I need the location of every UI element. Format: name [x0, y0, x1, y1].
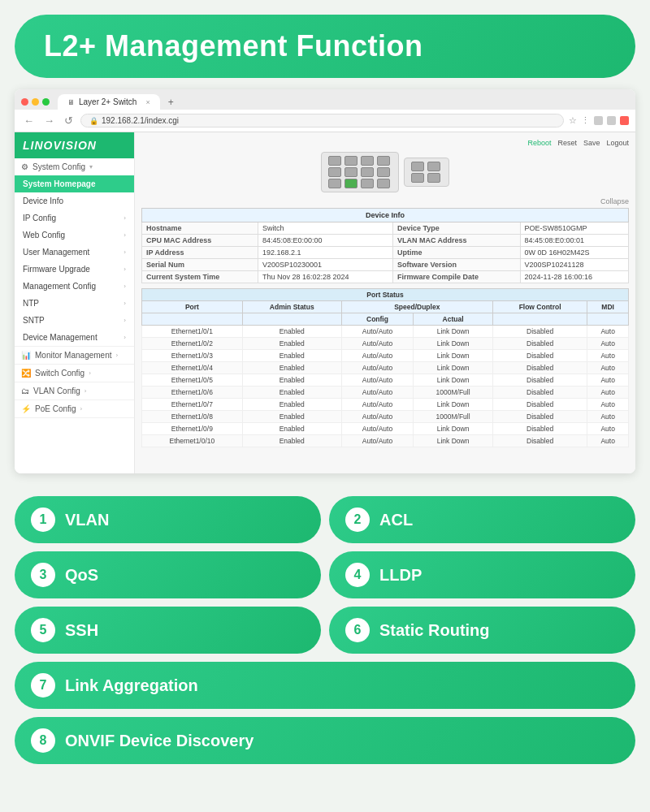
sidebar-item-ntp[interactable]: NTP › [15, 295, 134, 312]
sidebar-vlan-section: 🗂 VLAN Config › [15, 382, 134, 400]
port-8 [377, 167, 390, 177]
chevron-right-icon: › [124, 283, 126, 290]
forward-button[interactable]: → [41, 114, 57, 127]
port-flow: Disabled [492, 326, 587, 338]
vlan-icon: 🗂 [21, 387, 29, 395]
port-status-table: Port Status Port Admin Status Speed/Dupl… [141, 288, 629, 447]
feature-label-vlan: VLAN [65, 511, 109, 529]
device-info-label: Current System Time [142, 271, 258, 283]
port-mdi: Auto [587, 362, 629, 374]
port-actual: 1000M/Full [414, 411, 493, 423]
device-info-row: CPU MAC Address 84:45:08:E0:00:00 VLAN M… [142, 235, 629, 247]
port-actual: Link Down [414, 350, 493, 362]
back-button[interactable]: ← [21, 114, 37, 127]
port-mdi: Auto [587, 387, 629, 399]
browser-address-bar: ← → ↺ 🔒 192.168.2.1/index.cgi ☆ ⋮ [15, 110, 635, 132]
port-name: Ethernet1/0/2 [142, 338, 243, 350]
sidebar-item-vlan-config[interactable]: 🗂 VLAN Config › [15, 382, 134, 400]
sidebar-item-monitor-management[interactable]: 📊 Monitor Management › [15, 347, 134, 364]
port-status-title: Port Status [142, 289, 629, 301]
port-status-row: Ethernet1/0/1 Enabled Auto/Auto Link Dow… [142, 326, 629, 338]
device-info-value: Switch [258, 222, 393, 235]
device-info-value2: 84:45:08:E0:00:01 [520, 235, 628, 247]
reboot-button[interactable]: Reboot [527, 139, 551, 147]
device-info-value: 84:45:08:E0:00:00 [258, 235, 393, 247]
monitor-icon: 📊 [21, 351, 31, 360]
port-4 [377, 156, 390, 166]
logout-button[interactable]: Logout [606, 139, 629, 147]
port-actual: Link Down [414, 423, 493, 435]
sidebar-label-system-config: System Config [32, 162, 85, 171]
port-flow: Disabled [492, 362, 587, 374]
port-1 [328, 156, 341, 166]
chevron-right-icon: › [124, 334, 126, 341]
feature-label-lldp: LLDP [379, 566, 422, 585]
tab-label: Layer 2+ Switch [79, 97, 136, 106]
port-status-row: Ethernet1/0/10 Enabled Auto/Auto Link Do… [142, 435, 629, 447]
settings-icon: ⚙ [21, 162, 28, 171]
save-button[interactable]: Save [583, 139, 600, 147]
features-row-1: 1 VLAN 2 ACL [15, 496, 635, 543]
collapse-button[interactable]: Collapse [141, 197, 629, 205]
feature-number-5: 5 [31, 618, 55, 642]
sidebar-item-system-config[interactable]: ⚙ System Config ▾ [15, 158, 134, 175]
browser-action-buttons: ☆ ⋮ [569, 115, 629, 126]
port-3 [361, 156, 374, 166]
sidebar-item-firmware-upgrade[interactable]: Firmware Upgrade › [15, 261, 134, 278]
device-info-table: Device Info Hostname Switch Device Type … [141, 208, 629, 283]
port-flow: Disabled [492, 338, 587, 350]
sidebar-item-device-management[interactable]: Device Management › [15, 329, 134, 346]
sidebar-item-web-config[interactable]: Web Config › [15, 227, 134, 244]
sidebar-item-ip-config[interactable]: IP Config › [15, 209, 134, 227]
sidebar-item-poe-config[interactable]: ⚡ PoE Config › [15, 400, 134, 417]
header-banner: L2+ Management Function [15, 15, 635, 78]
port-actual: 1000M/Full [414, 387, 493, 399]
uplink-4 [427, 173, 440, 183]
refresh-button[interactable]: ↺ [62, 114, 76, 127]
port-config: Auto/Auto [341, 362, 414, 374]
port-flow: Disabled [492, 374, 587, 387]
port-admin: Enabled [242, 374, 341, 387]
device-info-row: Hostname Switch Device Type POE-SW8510GM… [142, 222, 629, 235]
feature-label-link-aggregation: Link Aggregation [65, 676, 198, 695]
port-mdi: Auto [587, 326, 629, 338]
port-admin: Enabled [242, 326, 341, 338]
minimize-dot[interactable] [32, 98, 39, 106]
settings-icon[interactable]: ⋮ [581, 115, 590, 126]
tab-close-button[interactable]: × [145, 98, 150, 106]
feature-card-acl: 2 ACL [329, 496, 635, 543]
sidebar-item-switch-config[interactable]: 🔀 Switch Config › [15, 365, 134, 382]
close-dot[interactable] [21, 98, 28, 106]
device-info-label2: Software Version [392, 259, 520, 271]
port-actual: Link Down [414, 399, 493, 411]
browser-tab[interactable]: 🖥 Layer 2+ Switch × [58, 94, 160, 110]
sidebar-item-device-info[interactable]: Device Info [15, 192, 134, 209]
url-input[interactable]: 🔒 192.168.2.1/index.cgi [80, 114, 564, 127]
sidebar: LINOVISION ⚙ System Config ▾ System Home… [15, 132, 135, 473]
port-status-row: Ethernet1/0/4 Enabled Auto/Auto Link Dow… [142, 362, 629, 374]
port-name: Ethernet1/0/10 [142, 435, 243, 447]
window-close-button[interactable] [620, 116, 629, 125]
sidebar-item-management-config[interactable]: Management Config › [15, 278, 134, 295]
sidebar-item-system-homepage[interactable]: System Homepage [15, 175, 134, 192]
window-minimize-button[interactable] [594, 116, 603, 125]
port-flow: Disabled [492, 411, 587, 423]
port-actual: Link Down [414, 435, 493, 447]
new-tab-button[interactable]: + [168, 97, 174, 108]
feature-label-qos: QoS [65, 566, 98, 585]
feature-card-onvif: 8 ONVIF Device Discovery [15, 717, 635, 764]
uplink-1 [411, 162, 424, 171]
uplink-port-diagram [404, 158, 449, 187]
lock-icon: 🔒 [89, 117, 98, 125]
port-mdi: Auto [587, 374, 629, 387]
star-icon[interactable]: ☆ [569, 115, 577, 126]
port-2 [344, 156, 358, 166]
window-restore-button[interactable] [607, 116, 616, 125]
device-info-value: Thu Nov 28 16:02:28 2024 [258, 271, 393, 283]
reset-button[interactable]: Reset [557, 139, 577, 147]
features-row-3: 5 SSH 6 Static Routing [15, 607, 635, 654]
maximize-dot[interactable] [42, 98, 50, 106]
chevron-right-icon: › [116, 352, 119, 359]
sidebar-item-sntp[interactable]: SNTP › [15, 312, 134, 329]
sidebar-item-user-management[interactable]: User Management › [15, 244, 134, 261]
